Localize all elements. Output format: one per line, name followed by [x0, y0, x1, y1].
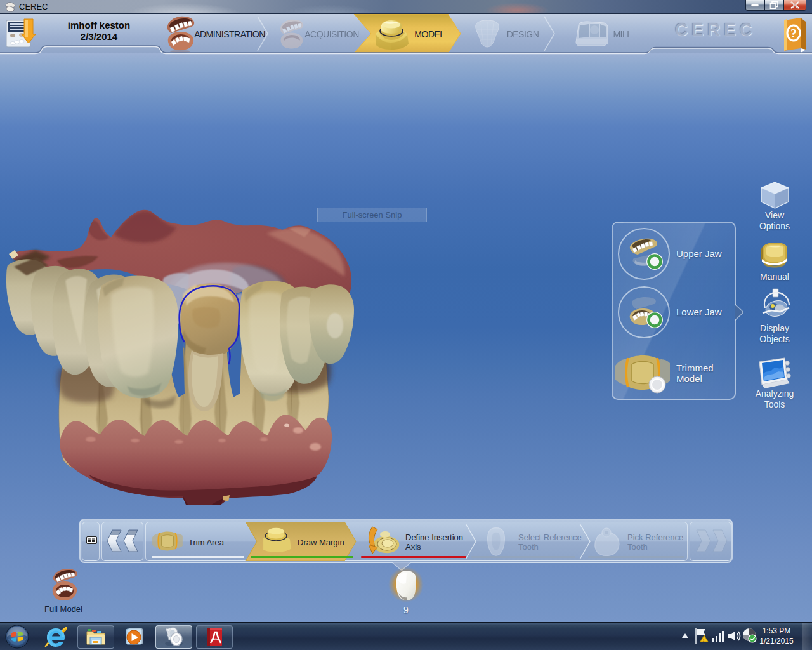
svg-text:!: ! — [703, 637, 705, 643]
svg-text:?: ? — [790, 27, 797, 40]
